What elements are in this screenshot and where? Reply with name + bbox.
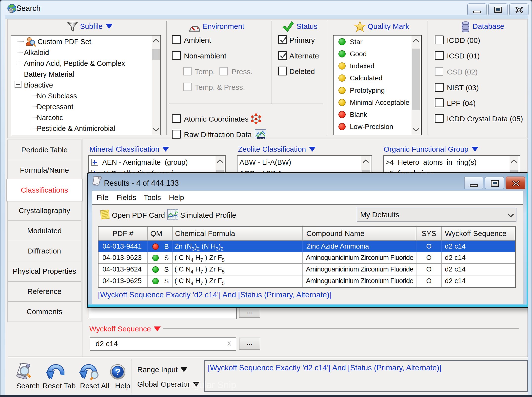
svg-text:?: ? [115,367,120,377]
